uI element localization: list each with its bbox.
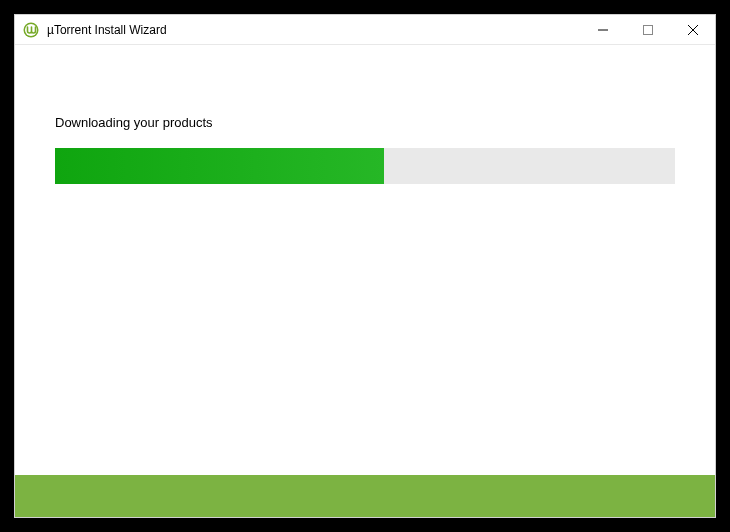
minimize-button[interactable] — [580, 15, 625, 44]
titlebar: µTorrent Install Wizard — [15, 15, 715, 45]
progress-bar — [55, 148, 675, 184]
footer-bar — [15, 475, 715, 517]
status-text: Downloading your products — [55, 115, 675, 130]
outer-frame: µTorrent Install Wizard Downloading your… — [10, 10, 720, 522]
content-area: Downloading your products — [15, 45, 715, 475]
window-title: µTorrent Install Wizard — [47, 23, 580, 37]
install-wizard-window: µTorrent Install Wizard Downloading your… — [14, 14, 716, 518]
close-button[interactable] — [670, 15, 715, 44]
window-controls — [580, 15, 715, 44]
progress-fill — [55, 148, 384, 184]
maximize-button[interactable] — [625, 15, 670, 44]
svg-rect-3 — [643, 25, 652, 34]
utorrent-icon — [23, 22, 39, 38]
